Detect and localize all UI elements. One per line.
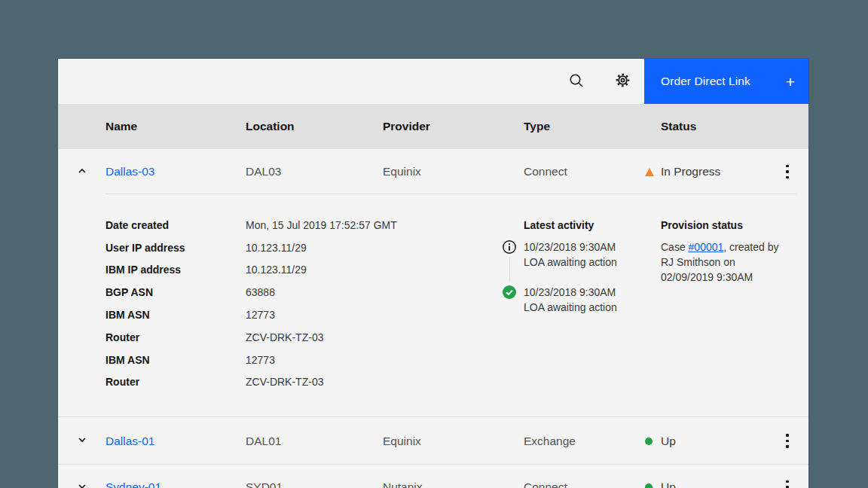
- detail-field: Router ZCV-DRK-TZ-03: [105, 326, 397, 349]
- row-provider: Equinix: [383, 435, 524, 448]
- field-label: Date created: [105, 219, 246, 231]
- case-prefix: Case: [661, 241, 689, 253]
- row-location: DAL03: [246, 165, 383, 178]
- provision-status-column: Provision status Case #00001, created by…: [661, 214, 796, 285]
- field-value: 12773: [246, 309, 275, 321]
- search-button[interactable]: [558, 59, 594, 104]
- event-timestamp: 10/23/2018 9:30AM: [524, 239, 617, 255]
- detail-field-list: Date created Mon, 15 Jul 2019 17:52:57 G…: [105, 214, 397, 393]
- table-header-row: Name Location Provider Type Status: [58, 104, 808, 149]
- expand-row-button[interactable]: [58, 417, 105, 465]
- expanded-row-detail: Date created Mon, 15 Jul 2019 17:52:57 G…: [58, 194, 808, 417]
- row-name-link[interactable]: Dallas-03: [105, 165, 154, 178]
- order-direct-link-label: Order Direct Link: [661, 75, 750, 88]
- detail-field: IBM IP address 10.123.11/29: [105, 259, 397, 282]
- overflow-menu-button[interactable]: [766, 465, 808, 488]
- field-label: IBM IP address: [105, 264, 246, 276]
- field-label: IBM ASN: [105, 354, 246, 366]
- event-text: LOA awaiting action: [524, 255, 617, 270]
- chevron-down-icon: [76, 434, 88, 448]
- event-timestamp: 10/23/2018 9:30AM: [524, 285, 617, 300]
- status-label: Up: [661, 480, 676, 488]
- column-header-type[interactable]: Type: [524, 120, 661, 133]
- row-status: In Progress: [661, 165, 766, 178]
- row-location: SYD01: [246, 480, 383, 488]
- field-value: 10.123.11/29: [246, 264, 307, 276]
- success-check-icon: [502, 285, 517, 300]
- gear-icon: [615, 72, 631, 90]
- collapse-row-button[interactable]: [58, 149, 105, 194]
- column-header-status[interactable]: Status: [661, 120, 766, 133]
- activity-event: 10/23/2018 9:30AM LOA awaiting action: [502, 285, 690, 315]
- row-name-link[interactable]: Sydney-01: [105, 480, 161, 488]
- row-type: Exchange: [524, 435, 661, 448]
- detail-field: User IP address 10.123.11/29: [105, 236, 397, 259]
- expand-row-button[interactable]: [58, 465, 105, 488]
- row-type: Connect: [524, 480, 661, 488]
- row-status: Up: [661, 480, 766, 488]
- event-text: LOA awaiting action: [524, 300, 617, 315]
- field-label: BGP ASN: [105, 286, 246, 298]
- overflow-menu-button[interactable]: [766, 149, 808, 194]
- field-value: Mon, 15 Jul 2019 17:52:57 GMT: [246, 219, 397, 231]
- field-value: ZCV-DRK-TZ-03: [246, 331, 323, 343]
- provision-status-body: Case #00001, created by RJ Smithson on 0…: [661, 239, 790, 285]
- row-provider: Nutanix: [383, 480, 524, 488]
- row-name-link[interactable]: Dallas-01: [105, 435, 154, 447]
- order-direct-link-button[interactable]: Order Direct Link +: [644, 59, 808, 104]
- field-label: User IP address: [105, 242, 246, 254]
- provision-status-heading: Provision status: [661, 214, 796, 236]
- row-provider: Equinix: [383, 165, 524, 178]
- case-number-link[interactable]: #00001: [689, 241, 724, 253]
- field-value: 63888: [246, 286, 275, 298]
- status-up-dot-icon: [645, 438, 653, 445]
- overflow-menu-icon: [786, 480, 789, 488]
- detail-field: Date created Mon, 15 Jul 2019 17:52:57 G…: [105, 214, 397, 236]
- status-label: Up: [661, 435, 676, 448]
- row-location: DAL01: [246, 435, 383, 448]
- table-row: Dallas-03 DAL03 Equinix Connect In Progr…: [58, 149, 808, 194]
- overflow-menu-icon: [786, 434, 789, 448]
- column-header-name[interactable]: Name: [105, 120, 246, 133]
- table-toolbar: Order Direct Link +: [58, 59, 808, 104]
- overflow-menu-icon: [786, 165, 789, 179]
- settings-button[interactable]: [604, 59, 640, 104]
- detail-field: IBM ASN 12773: [105, 303, 397, 326]
- column-header-location[interactable]: Location: [246, 120, 383, 133]
- chevron-down-icon: [76, 480, 88, 488]
- status-up-dot-icon: [645, 483, 653, 488]
- add-icon: +: [786, 74, 795, 90]
- search-icon: [569, 73, 584, 90]
- table-row: Dallas-01 DAL01 Equinix Exchange Up: [58, 417, 808, 465]
- row-type: Connect: [524, 165, 661, 178]
- table-row: Sydney-01 SYD01 Nutanix Connect Up: [58, 465, 808, 488]
- field-value: 10.123.11/29: [246, 242, 307, 254]
- field-label: Router: [105, 376, 246, 388]
- field-value: 12773: [246, 354, 275, 366]
- detail-field: IBM ASN 12773: [105, 349, 397, 371]
- field-label: Router: [105, 331, 246, 343]
- detail-field: BGP ASN 63888: [105, 281, 397, 303]
- overflow-menu-button[interactable]: [766, 419, 808, 464]
- detail-field: Router ZCV-DRK-TZ-03: [105, 371, 397, 394]
- status-label: In Progress: [661, 165, 720, 178]
- direct-link-table-card: Order Direct Link + Name Location Provid…: [58, 59, 808, 488]
- info-icon: [502, 239, 517, 255]
- field-label: IBM ASN: [105, 309, 246, 321]
- row-status: Up: [661, 435, 766, 448]
- column-header-provider[interactable]: Provider: [383, 120, 524, 133]
- warning-icon: [645, 168, 654, 176]
- chevron-up-icon: [76, 165, 88, 179]
- field-value: ZCV-DRK-TZ-03: [246, 376, 323, 388]
